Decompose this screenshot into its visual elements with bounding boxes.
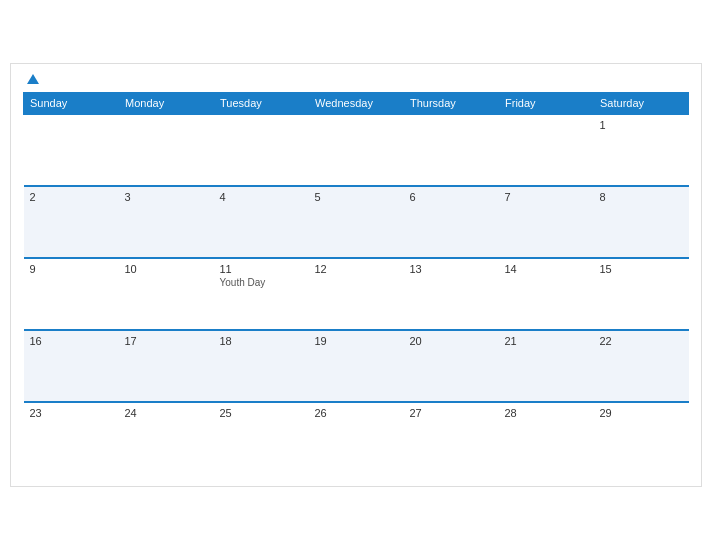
weekday-header-monday: Monday <box>119 93 214 115</box>
calendar-week-row: 1 <box>24 114 689 186</box>
calendar-cell: 9 <box>24 258 119 330</box>
day-number: 16 <box>30 335 113 347</box>
calendar-cell: 19 <box>309 330 404 402</box>
calendar-cell: 28 <box>499 402 594 474</box>
day-number: 25 <box>220 407 303 419</box>
weekday-header-sunday: Sunday <box>24 93 119 115</box>
day-number: 6 <box>410 191 493 203</box>
calendar-cell: 13 <box>404 258 499 330</box>
day-number: 13 <box>410 263 493 275</box>
calendar-container: SundayMondayTuesdayWednesdayThursdayFrid… <box>10 63 702 487</box>
calendar-week-row: 23242526272829 <box>24 402 689 474</box>
day-number: 18 <box>220 335 303 347</box>
day-number: 10 <box>125 263 208 275</box>
calendar-cell: 2 <box>24 186 119 258</box>
calendar-week-row: 16171819202122 <box>24 330 689 402</box>
logo <box>23 74 39 84</box>
day-number: 8 <box>600 191 683 203</box>
weekday-header-saturday: Saturday <box>594 93 689 115</box>
calendar-table: SundayMondayTuesdayWednesdayThursdayFrid… <box>23 92 689 474</box>
calendar-cell <box>24 114 119 186</box>
calendar-cell: 24 <box>119 402 214 474</box>
calendar-cell <box>499 114 594 186</box>
logo-blue-text <box>23 74 39 84</box>
calendar-cell: 6 <box>404 186 499 258</box>
calendar-cell: 26 <box>309 402 404 474</box>
calendar-cell: 11Youth Day <box>214 258 309 330</box>
weekday-header-tuesday: Tuesday <box>214 93 309 115</box>
calendar-week-row: 91011Youth Day12131415 <box>24 258 689 330</box>
weekday-header-wednesday: Wednesday <box>309 93 404 115</box>
calendar-cell: 21 <box>499 330 594 402</box>
calendar-cell: 1 <box>594 114 689 186</box>
calendar-cell: 27 <box>404 402 499 474</box>
calendar-header <box>23 74 689 84</box>
day-number: 9 <box>30 263 113 275</box>
day-number: 17 <box>125 335 208 347</box>
day-number: 22 <box>600 335 683 347</box>
calendar-cell: 22 <box>594 330 689 402</box>
day-number: 24 <box>125 407 208 419</box>
calendar-cell: 8 <box>594 186 689 258</box>
day-number: 5 <box>315 191 398 203</box>
calendar-cell: 16 <box>24 330 119 402</box>
day-number: 23 <box>30 407 113 419</box>
calendar-cell: 12 <box>309 258 404 330</box>
calendar-cell: 3 <box>119 186 214 258</box>
day-number: 1 <box>600 119 683 131</box>
day-number: 20 <box>410 335 493 347</box>
calendar-cell: 23 <box>24 402 119 474</box>
day-number: 29 <box>600 407 683 419</box>
calendar-cell: 17 <box>119 330 214 402</box>
calendar-cell <box>214 114 309 186</box>
calendar-cell: 20 <box>404 330 499 402</box>
weekday-header-row: SundayMondayTuesdayWednesdayThursdayFrid… <box>24 93 689 115</box>
day-number: 7 <box>505 191 588 203</box>
day-number: 4 <box>220 191 303 203</box>
day-number: 26 <box>315 407 398 419</box>
calendar-cell <box>119 114 214 186</box>
calendar-cell: 10 <box>119 258 214 330</box>
calendar-cell <box>404 114 499 186</box>
calendar-cell: 4 <box>214 186 309 258</box>
calendar-cell: 18 <box>214 330 309 402</box>
calendar-cell <box>309 114 404 186</box>
day-number: 2 <box>30 191 113 203</box>
calendar-week-row: 2345678 <box>24 186 689 258</box>
calendar-cell: 7 <box>499 186 594 258</box>
calendar-cell: 29 <box>594 402 689 474</box>
day-number: 14 <box>505 263 588 275</box>
calendar-cell: 15 <box>594 258 689 330</box>
calendar-cell: 14 <box>499 258 594 330</box>
day-number: 12 <box>315 263 398 275</box>
logo-triangle-icon <box>27 74 39 84</box>
day-number: 11 <box>220 263 303 275</box>
day-number: 3 <box>125 191 208 203</box>
day-number: 21 <box>505 335 588 347</box>
calendar-cell: 5 <box>309 186 404 258</box>
day-number: 28 <box>505 407 588 419</box>
weekday-header-friday: Friday <box>499 93 594 115</box>
day-number: 15 <box>600 263 683 275</box>
day-number: 19 <box>315 335 398 347</box>
event-label: Youth Day <box>220 277 303 288</box>
calendar-cell: 25 <box>214 402 309 474</box>
weekday-header-thursday: Thursday <box>404 93 499 115</box>
day-number: 27 <box>410 407 493 419</box>
